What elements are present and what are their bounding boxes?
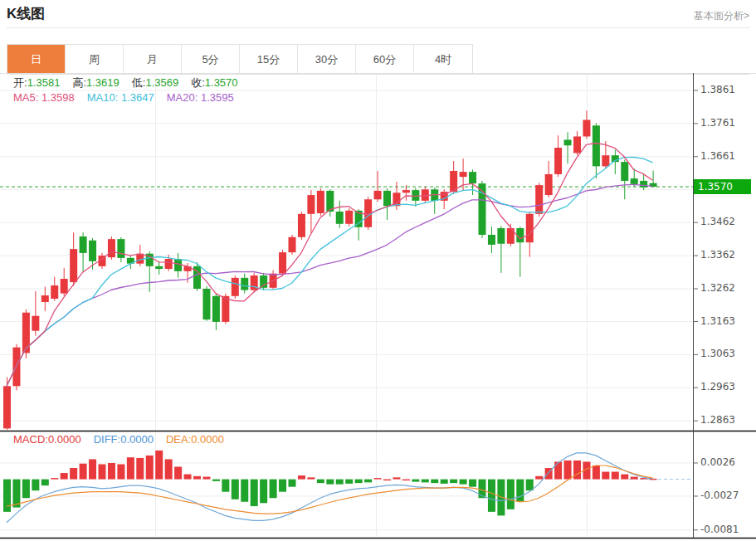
close-value: 1.3570 [205, 76, 238, 89]
ma5-value: 1.3598 [41, 91, 75, 104]
ma20-label: MA20: [167, 91, 198, 104]
diff-label: DIFF: [94, 433, 121, 446]
low-label: 低: [132, 76, 146, 89]
ohlc-legend: 开:1.3581高:1.3619低:1.3569收:1.3570 [13, 76, 238, 90]
dea-value: 0.0000 [191, 433, 224, 446]
ma-legend: MA5: 1.3598MA10: 1.3647MA20: 1.3595 [13, 91, 234, 104]
macd-value: 0.0000 [48, 433, 81, 446]
diff-value: 0.0000 [120, 433, 154, 446]
high-value: 1.3619 [86, 76, 119, 89]
ma10-label: MA10: [87, 91, 119, 104]
high-label: 高: [72, 76, 86, 89]
ma10-value: 1.3647 [121, 91, 154, 104]
ma5-label: MA5: [13, 91, 38, 104]
ma20-value: 1.3595 [201, 91, 234, 104]
current-price-badge: 1.3570 [694, 179, 751, 194]
open-value: 1.3581 [27, 76, 61, 89]
dea-label: DEA: [166, 433, 191, 446]
close-label: 收: [191, 76, 205, 89]
open-label: 开: [13, 76, 27, 89]
macd-legend: MACD:0.0000DIFF:0.0000DEA:0.0000 [13, 433, 224, 446]
macd-label: MACD: [13, 433, 48, 446]
low-value: 1.3569 [145, 76, 178, 89]
